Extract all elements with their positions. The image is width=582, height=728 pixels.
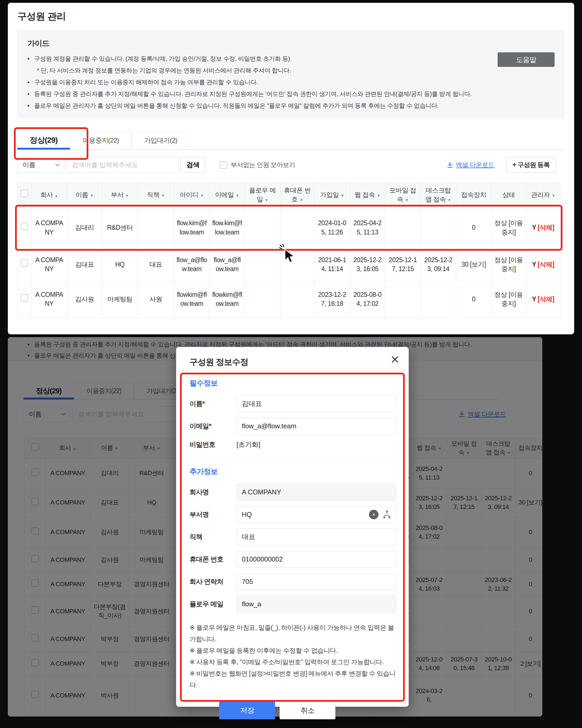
table-cell: 0: [456, 280, 492, 318]
column-header[interactable]: 아이디 ▼: [174, 183, 210, 207]
column-header[interactable]: 접속장치: [456, 183, 492, 207]
column-header[interactable]: 웹 접속 ▼: [412, 438, 447, 459]
phone-field[interactable]: [237, 551, 396, 568]
sort-desc-icon[interactable]: ▼: [157, 446, 160, 451]
flow-mail-field-label: 플로우 메일: [190, 600, 237, 608]
column-header[interactable]: 모바일 접속 ▼: [447, 438, 482, 459]
password-reset-action[interactable]: [초기화]: [237, 440, 260, 449]
table-cell: 2023-06-22, 11:32: [482, 572, 515, 596]
tab-가입대기(2)[interactable]: 가입대기(2): [131, 131, 190, 149]
row-checkbox[interactable]: [31, 634, 39, 642]
column-header[interactable]: 웹 접속 ▼: [350, 183, 385, 207]
sort-desc-icon[interactable]: ▼: [552, 193, 555, 198]
no-department-checkbox[interactable]: [220, 161, 227, 169]
search-input[interactable]: [66, 157, 178, 173]
table-cell: 김대리: [67, 207, 102, 249]
table-cell: 박사원: [90, 676, 130, 715]
tab-이용중지(22)[interactable]: 이용중지(22): [74, 383, 134, 399]
row-checkbox[interactable]: [21, 294, 28, 302]
company-phone-field[interactable]: [237, 573, 396, 590]
row-checkbox[interactable]: [31, 659, 39, 667]
sort-desc-icon[interactable]: ▼: [125, 193, 129, 198]
column-header[interactable]: 가입일 ▼: [314, 183, 350, 207]
close-icon[interactable]: ×: [391, 352, 399, 366]
select-all-checkbox[interactable]: [31, 443, 39, 451]
sort-desc-icon[interactable]: ▼: [115, 446, 118, 451]
delete-link[interactable]: [삭제]: [538, 261, 554, 268]
delete-link[interactable]: [삭제]: [538, 224, 554, 231]
guide-item: •구성원 계정을 관리할 수 있습니다. (계정 등록/삭제, 가입 승인/거절…: [27, 53, 555, 64]
excel-download-link[interactable]: 엑셀 다운로드: [446, 161, 494, 169]
job-title-field[interactable]: [237, 528, 396, 545]
table-cell: 2025-12-23, 16:05: [350, 249, 385, 280]
email-field[interactable]: [237, 418, 396, 435]
search-field-select[interactable]: 이름: [17, 157, 64, 173]
column-header[interactable]: 이메일 ▼: [210, 183, 245, 207]
guide-item: •등록된 구성원 중 관리자를 추가 지정/해제할 수 있습니다. 관리자로 지…: [27, 88, 555, 100]
column-header[interactable]: 이름 ▼: [90, 438, 130, 459]
table-cell: 2025-04-25, 11:13: [412, 459, 447, 488]
sort-desc-icon[interactable]: ▼: [90, 193, 93, 198]
sort-desc-icon[interactable]: ▼: [405, 198, 409, 202]
select-all-checkbox[interactable]: [21, 190, 28, 197]
row-checkbox[interactable]: [21, 223, 28, 230]
name-field[interactable]: [237, 395, 396, 412]
search-button[interactable]: 검색: [181, 157, 205, 173]
column-header[interactable]: 회사 ▲: [32, 183, 67, 207]
modal-note: ※ 사용자 등록 후, "이메일 주소/비밀번호" 입력하여 로그인 가능합니다…: [190, 656, 396, 668]
tab-정상(29)[interactable]: 정상(29): [24, 383, 74, 399]
row-checkbox[interactable]: [31, 468, 39, 476]
column-header[interactable]: 상태: [492, 183, 526, 207]
column-header[interactable]: 플로우 메일 ▼: [245, 183, 280, 207]
sort-desc-icon[interactable]: ▼: [377, 193, 380, 198]
row-checkbox[interactable]: [31, 555, 39, 562]
sort-asc-icon[interactable]: ▲: [55, 193, 58, 198]
sort-desc-icon[interactable]: ▼: [507, 451, 511, 455]
sort-desc-icon[interactable]: ▼: [161, 193, 165, 198]
cancel-button[interactable]: 취소: [280, 701, 335, 719]
sort-asc-icon[interactable]: ▲: [73, 446, 76, 451]
sort-desc-icon[interactable]: ▼: [466, 451, 470, 455]
clear-icon[interactable]: ×: [369, 510, 379, 519]
column-header[interactable]: 이름 ▼: [67, 183, 102, 207]
column-header[interactable]: 접속장치: [515, 438, 543, 459]
modal-note: ※ 플로우 메일을 등록한 이후에는 수정할 수 없습니다.: [190, 645, 396, 656]
column-header[interactable]: 관리자 ▼: [526, 183, 560, 207]
sort-desc-icon[interactable]: ▼: [340, 193, 344, 198]
sort-desc-icon[interactable]: ▼: [447, 198, 451, 202]
save-button[interactable]: 저장: [219, 701, 275, 719]
table-cell: Y [삭제]: [526, 280, 560, 318]
column-header[interactable]: 직책 ▼: [138, 183, 174, 207]
sort-desc-icon[interactable]: ▼: [265, 198, 268, 202]
search-field-select[interactable]: 이름: [24, 406, 71, 422]
column-header[interactable]: 데스크탑앱 접속 ▼: [421, 183, 456, 207]
column-header[interactable]: 모바일 접속 ▼: [385, 183, 421, 207]
search-input[interactable]: [73, 406, 185, 422]
column-header[interactable]: 데스크탑앱 접속 ▼: [482, 438, 515, 459]
delete-link[interactable]: [삭제]: [538, 295, 554, 303]
sort-desc-icon[interactable]: ▼: [299, 198, 303, 202]
chevron-down-icon: [61, 411, 66, 415]
excel-download-link[interactable]: 엑셀 다운로드: [458, 410, 506, 419]
column-header[interactable]: 부서 ▼: [130, 438, 174, 459]
table-cell: 김대표: [67, 249, 102, 280]
help-button[interactable]: 도움말: [498, 52, 555, 67]
column-header[interactable]: 부서 ▼: [102, 183, 138, 207]
org-tree-icon[interactable]: [382, 510, 392, 520]
tab-정상(29)[interactable]: 정상(29): [17, 131, 70, 149]
additional-info-section-title: 추가정보: [190, 467, 396, 476]
row-checkbox[interactable]: [21, 259, 28, 267]
sort-desc-icon[interactable]: ▼: [438, 446, 441, 451]
sort-desc-icon[interactable]: ▼: [235, 193, 239, 198]
add-member-button[interactable]: + 구성원 등록: [506, 157, 556, 173]
sort-desc-icon[interactable]: ▼: [200, 193, 204, 198]
column-header[interactable]: 휴대폰 번호 ▼: [280, 183, 314, 207]
row-checkbox[interactable]: [31, 579, 39, 587]
row-checkbox[interactable]: [31, 606, 39, 614]
row-checkbox[interactable]: [31, 498, 39, 505]
row-checkbox[interactable]: [31, 527, 39, 535]
column-header[interactable]: 회사 ▲: [46, 438, 90, 459]
table-cell: HQ: [102, 249, 138, 280]
row-checkbox[interactable]: [31, 691, 39, 698]
tab-이용중지(22)[interactable]: 이용중지(22): [70, 131, 132, 149]
